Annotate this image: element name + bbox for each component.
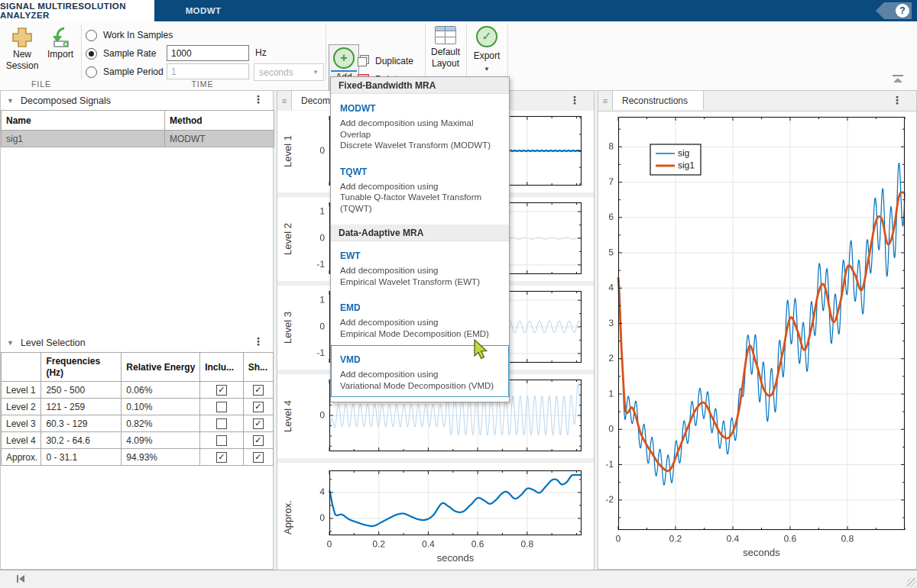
sample-rate-option[interactable]: Sample Rate xyxy=(86,46,156,61)
sample-period-label: Sample Period xyxy=(103,66,164,77)
menu-item-emd[interactable]: EMD Add decomposition using Empirical Mo… xyxy=(331,293,509,345)
cell-level: Level 4 xyxy=(2,432,41,449)
work-in-samples-radio[interactable] xyxy=(86,30,97,41)
level-2-label: Level 2 xyxy=(279,197,296,281)
default-layout-label-2: Layout xyxy=(432,58,459,69)
sample-period-radio[interactable] xyxy=(86,66,97,78)
sample-rate-input[interactable] xyxy=(167,45,249,61)
default-layout-button[interactable]: Default Layout xyxy=(428,26,463,69)
approx-label: Approx. xyxy=(279,463,296,572)
default-layout-label-1: Default xyxy=(431,47,460,58)
cell-frequencies: 30.2 - 64.6 xyxy=(41,432,122,449)
table-row-approx[interactable]: Approx. 0 - 31.1 94.93% xyxy=(2,449,274,466)
column-header-include[interactable]: Inclu... xyxy=(200,353,243,382)
tab-modwt[interactable]: MODWT xyxy=(154,0,252,21)
panel-grip-icon[interactable]: ≡ xyxy=(277,91,292,110)
menu-item-title: EMD xyxy=(340,302,500,313)
file-group-label: FILE xyxy=(5,79,78,89)
include-checkbox[interactable] xyxy=(216,402,227,412)
collapse-triangle-icon[interactable]: ▼ xyxy=(7,339,14,347)
column-header-frequencies[interactable]: Frequencies(Hz) xyxy=(41,353,122,382)
column-header-relative-energy[interactable]: Relative Energy xyxy=(122,353,200,382)
export-label: Export xyxy=(474,50,501,62)
chevron-down-icon: ▼ xyxy=(313,69,319,76)
decomposed-signals-table: Name Method sig1 MODWT xyxy=(1,110,274,147)
approx-plot[interactable] xyxy=(297,463,594,572)
sample-rate-radio[interactable] xyxy=(86,48,97,60)
table-row-level4[interactable]: Level 4 30.2 - 64.6 4.09% xyxy=(2,432,274,449)
export-check-icon: ✓ xyxy=(476,26,497,47)
decomposed-signals-header: ▼ Decomposed Signals xyxy=(1,91,273,110)
sample-period-input xyxy=(167,63,249,79)
include-checkbox[interactable] xyxy=(216,418,227,429)
show-checkbox[interactable] xyxy=(253,402,264,412)
cell-level: Level 3 xyxy=(2,415,41,432)
level-selection-header: ▼ Level Selection xyxy=(1,333,273,352)
cell-method[interactable]: MODWT xyxy=(165,131,274,147)
show-checkbox[interactable] xyxy=(253,418,264,429)
ribbon-separator xyxy=(507,24,508,79)
menu-section-data-adaptive: Data-Adaptive MRA xyxy=(331,225,509,241)
ribbon-separator xyxy=(81,24,82,79)
left-panel: ▼ Decomposed Signals ⋮ Name Method sig1 … xyxy=(0,90,274,570)
level-selection-title: Level Selection xyxy=(21,338,86,348)
include-checkbox[interactable] xyxy=(216,385,227,396)
collapse-up-icon xyxy=(893,78,902,82)
import-icon xyxy=(49,26,72,49)
decomposition-menu-icon[interactable]: ⋮ xyxy=(569,95,580,105)
tab-signal-multiresolution-analyzer[interactable]: SIGNAL MULTIRESOLUTION ANALYZER xyxy=(0,0,154,21)
work-in-samples-option[interactable]: Work In Samples xyxy=(86,27,173,43)
reconstructions-panel: ≡ Reconstructions ⋮ xyxy=(598,90,917,570)
menu-item-ewt[interactable]: EWT Add decomposition using Empirical Wa… xyxy=(331,241,509,293)
show-checkbox[interactable] xyxy=(253,435,264,446)
ribbon-separator xyxy=(425,24,426,79)
table-row-level2[interactable]: Level 2 121 - 259 0.10% xyxy=(2,399,274,415)
reconstructions-plot[interactable] xyxy=(598,111,916,569)
decomposed-signals-title: Decomposed Signals xyxy=(21,95,111,106)
collapse-left-button[interactable] xyxy=(17,575,24,583)
add-plus-icon: + xyxy=(333,47,355,69)
new-session-label: New Session xyxy=(5,49,40,72)
new-session-button[interactable]: New Session xyxy=(5,26,40,72)
level-4-label: Level 4 xyxy=(279,374,296,458)
export-button[interactable]: ✓ Export ▼ xyxy=(469,26,504,75)
collapse-left-icon xyxy=(19,575,24,583)
ribbon-collapse-button[interactable] xyxy=(889,75,906,86)
column-header-name[interactable]: Name xyxy=(2,111,165,131)
show-checkbox[interactable] xyxy=(253,385,264,396)
include-checkbox[interactable] xyxy=(216,452,227,463)
decomposed-signals-menu-icon[interactable]: ⋮ xyxy=(253,94,264,105)
cell-energy: 0.82% xyxy=(122,415,200,432)
level-selection-table: Frequencies(Hz) Relative Energy Inclu...… xyxy=(1,352,274,466)
column-header-blank xyxy=(2,353,41,382)
level-selection-menu-icon[interactable]: ⋮ xyxy=(253,336,264,347)
menu-item-modwt[interactable]: MODWT Add decomposition using Maximal Ov… xyxy=(331,94,509,157)
column-header-method[interactable]: Method xyxy=(165,111,274,131)
table-row-level1[interactable]: Level 1 250 - 500 0.06% xyxy=(2,382,274,399)
cell-energy: 94.93% xyxy=(122,449,200,466)
sample-period-option[interactable]: Sample Period xyxy=(86,64,164,79)
panel-grip-icon[interactable]: ≡ xyxy=(598,91,613,110)
show-checkbox[interactable] xyxy=(253,452,264,463)
cell-frequencies: 0 - 31.1 xyxy=(41,449,122,466)
menu-item-tqwt[interactable]: TQWT Add decomposition using Tunable Q-f… xyxy=(331,157,509,221)
cell-level: Approx. xyxy=(2,449,41,466)
sample-rate-unit-label: Hz xyxy=(255,47,267,58)
cell-energy: 0.06% xyxy=(122,382,200,399)
help-button[interactable]: ? xyxy=(876,2,912,19)
time-group-label: TIME xyxy=(84,79,321,89)
reconstructions-menu-icon[interactable]: ⋮ xyxy=(892,95,902,105)
cell-energy: 4.09% xyxy=(122,432,200,449)
collapse-triangle-icon[interactable]: ▼ xyxy=(7,97,14,105)
import-button[interactable]: Import xyxy=(43,26,78,60)
include-checkbox[interactable] xyxy=(216,435,227,446)
menu-item-description: Add decomposition using Empirical Mode D… xyxy=(340,317,500,339)
cell-name[interactable]: sig1 xyxy=(2,131,165,147)
table-row-sig1[interactable]: sig1 MODWT xyxy=(2,131,274,147)
column-header-show[interactable]: Sh... xyxy=(243,353,273,382)
duplicate-button[interactable]: Duplicate xyxy=(358,55,413,67)
table-row-level3[interactable]: Level 3 60.3 - 129 0.82% xyxy=(2,415,274,432)
work-in-samples-label: Work In Samples xyxy=(103,30,173,40)
resize-grip[interactable] xyxy=(907,578,916,587)
tab-reconstructions[interactable]: Reconstructions xyxy=(612,91,704,110)
